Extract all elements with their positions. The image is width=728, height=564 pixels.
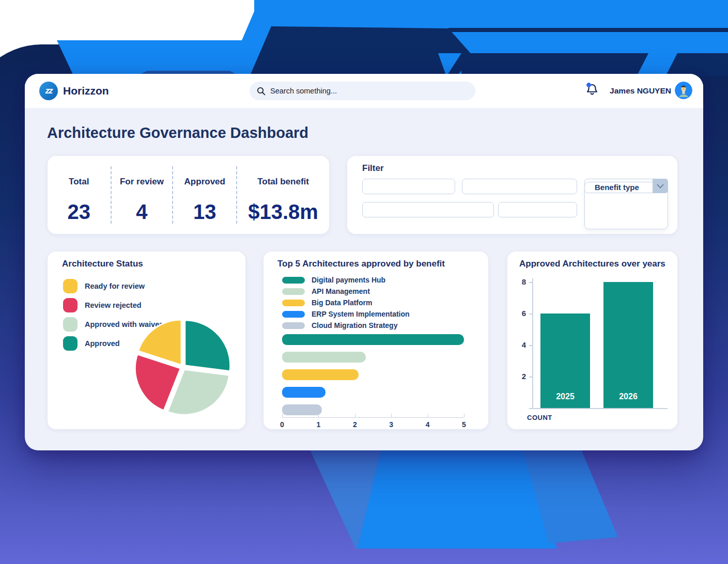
vbar-chart-title: Approved Architectures over years (519, 259, 665, 269)
legend-label: ERP System Implementation (312, 310, 410, 318)
legend-item: Ready for review (63, 276, 162, 295)
stat-value: $13.8m (237, 200, 329, 224)
bar-2025: 2025 (540, 314, 590, 408)
legend-swatch (282, 300, 305, 306)
legend-swatch (282, 322, 305, 329)
stat-total: Total23 (48, 166, 111, 224)
bar-year-label: 2026 (603, 392, 653, 401)
hbar-chart-title: Top 5 Architectures approved by benefit (277, 259, 445, 269)
axis-tick (428, 414, 428, 417)
y-tick-label: 4 (515, 340, 526, 349)
legend-item: ERP System Implementation (282, 308, 410, 320)
filter-card: Filter Benefit type Cost avoidanceCost r… (347, 156, 677, 234)
stat-value: 4 (112, 200, 173, 224)
stat-value: 23 (48, 200, 111, 224)
vbar-chart-card: Approved Architectures over years COUNT … (507, 252, 677, 429)
stat-label: For review (112, 177, 173, 187)
search-icon (257, 87, 266, 96)
axis-tick-label: 5 (459, 420, 469, 429)
bar-erp-system-implementation (282, 387, 326, 398)
legend-swatch (63, 317, 78, 332)
pie-chart (132, 317, 234, 418)
legend-item: Digital payments Hub (282, 274, 410, 286)
axis-tick (464, 414, 464, 417)
search-bar[interactable] (250, 82, 475, 100)
top-bar: zz Horizzon James NGUYEN (25, 74, 703, 108)
pie-slice-approved (185, 320, 230, 371)
bar-digital-payments-hub (282, 334, 464, 345)
filter-input-3[interactable] (362, 202, 494, 217)
stat-approved: Approved13 (172, 166, 236, 224)
stat-label: Total benefit (237, 177, 329, 187)
y-tick-mark (529, 377, 533, 378)
legend-item: API Management (282, 286, 410, 297)
legend-swatch (63, 298, 78, 312)
bar-big-data-platform (282, 369, 359, 380)
hbar-legend: Digital payments HubAPI ManagementBig Da… (282, 274, 410, 331)
filter-input-4[interactable] (498, 202, 577, 217)
vbar-axis-label: COUNT (527, 414, 552, 421)
legend-item: Big Data Platform (282, 297, 410, 308)
legend-label: Ready for review (85, 282, 145, 290)
filter-title: Filter (362, 163, 384, 174)
axis-tick (391, 414, 392, 417)
legend-swatch (282, 277, 305, 284)
bar-api-management (282, 352, 366, 363)
vbar-x-axis-line (529, 408, 668, 409)
y-tick-mark (529, 314, 533, 315)
y-tick-label: 2 (515, 372, 526, 381)
stat-total-benefit: Total benefit$13.8m (236, 166, 329, 224)
notification-bell[interactable] (583, 81, 602, 100)
stat-value: 13 (173, 200, 236, 224)
hbar-plot (282, 334, 464, 417)
page: { "header": { "brand": "Horizzon", "logo… (0, 0, 728, 564)
axis-tick-label: 4 (423, 420, 433, 429)
stat-for-review: For review4 (111, 166, 173, 224)
user-name: James NGUYEN (610, 86, 671, 96)
hbar-x-axis: 012345 (282, 417, 464, 418)
filter-input-1[interactable] (362, 179, 455, 194)
hbar-chart-card: Top 5 Architectures approved by benefit … (264, 252, 488, 429)
legend-label: Cloud Migration Strategy (312, 321, 397, 330)
bar-2026: 2026 (603, 282, 653, 408)
legend-item: Review rejected (63, 295, 162, 315)
axis-tick (318, 414, 319, 417)
dropdown-select[interactable] (584, 179, 668, 193)
axis-tick-label: 2 (350, 420, 360, 429)
page-title: Architecture Governance Dashboard (47, 124, 308, 142)
y-tick-label: 8 (515, 277, 526, 286)
stat-label: Approved (173, 177, 236, 187)
legend-label: Approved (85, 339, 120, 348)
vbar-y-axis (532, 278, 533, 408)
bar-cloud-migration-strategy (282, 404, 322, 415)
axis-tick-label: 1 (313, 420, 323, 429)
y-tick-label: 6 (515, 309, 526, 318)
legend-label: Big Data Platform (312, 299, 372, 307)
bar-year-label: 2025 (540, 392, 590, 401)
y-tick-mark (529, 282, 533, 283)
legend-label: Review rejected (85, 301, 142, 309)
axis-tick (355, 414, 355, 417)
filter-input-2[interactable] (462, 179, 577, 194)
dashboard-card: zz Horizzon James NGUYEN (25, 74, 703, 450)
search-input[interactable] (270, 87, 468, 95)
legend-swatch (63, 279, 78, 293)
axis-tick-label: 3 (386, 420, 396, 429)
notification-dot (586, 83, 591, 87)
stat-label: Total (48, 177, 111, 187)
y-tick-mark (529, 345, 533, 346)
pie-chart-title: Architecture Status (62, 259, 143, 269)
user-avatar[interactable] (675, 82, 692, 99)
brand-name: Horizzon (63, 85, 109, 97)
legend-item: Cloud Migration Strategy (282, 320, 410, 331)
axis-tick (282, 414, 283, 417)
stats-card: Total23For review4Approved13Total benefi… (48, 156, 329, 234)
legend-label: Digital payments Hub (312, 276, 385, 284)
axis-tick-label: 0 (277, 420, 287, 429)
pie-chart-card: Architecture Status Ready for reviewRevi… (48, 252, 245, 429)
legend-label: API Management (312, 287, 370, 295)
brand-logo-icon: zz (39, 82, 58, 100)
dropdown-chevron-button[interactable] (653, 179, 668, 193)
chevron-down-icon (657, 184, 664, 189)
legend-swatch (282, 311, 305, 318)
